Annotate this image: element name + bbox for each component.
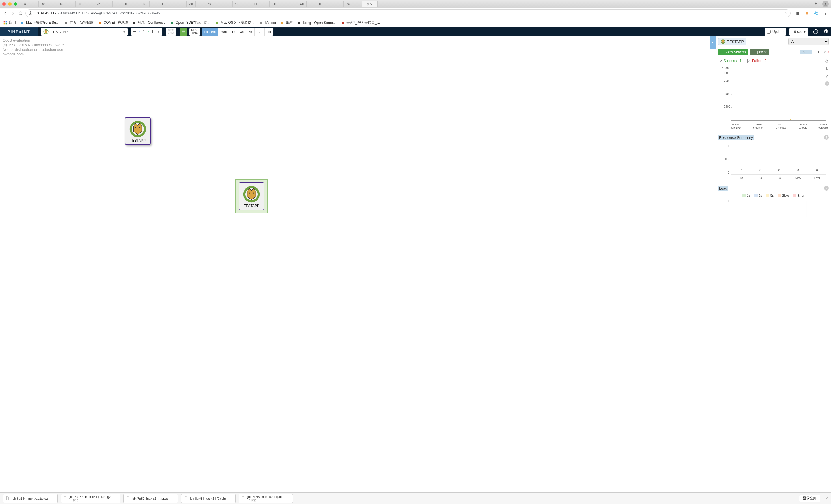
browser-tab[interactable]: Gc <box>233 1 242 7</box>
browser-tab[interactable] <box>131 1 140 7</box>
browser-tab[interactable] <box>214 1 224 7</box>
browser-tab[interactable]: 小 <box>94 1 104 7</box>
browser-tab[interactable]: Ej <box>251 1 260 7</box>
bookmark-item[interactable]: 首页 - 新智超脑 <box>63 20 93 25</box>
zoom-window[interactable] <box>14 2 17 6</box>
reload-button[interactable] <box>18 11 23 16</box>
range-6h[interactable]: 6h <box>246 28 255 35</box>
help-icon[interactable]: ? <box>824 135 829 140</box>
browser-tab[interactable] <box>224 1 233 7</box>
back-button[interactable] <box>3 11 8 16</box>
range-3h[interactable]: 3h <box>238 28 246 35</box>
browser-tab[interactable] <box>104 1 113 7</box>
browser-tab[interactable] <box>168 1 177 7</box>
evernote-ext-icon[interactable] <box>795 11 800 16</box>
range-1d[interactable]: 1d <box>265 28 273 35</box>
scatter-gear-icon[interactable]: ⚙ <box>825 59 829 63</box>
browser-tab[interactable] <box>196 1 205 7</box>
range-Last5m[interactable]: Last 5m <box>202 28 218 35</box>
range-1h[interactable]: 1h <box>229 28 238 35</box>
browser-tab[interactable]: tc <box>76 1 85 7</box>
browser-tab[interactable]: pi× <box>362 1 378 7</box>
browser-tab[interactable] <box>378 1 387 7</box>
server-node-group[interactable]: TESTAPP <box>235 179 268 213</box>
range-12h[interactable]: 12h <box>255 28 265 35</box>
panel-collapse-toggle[interactable] <box>710 36 716 49</box>
extension-icon[interactable] <box>804 11 810 16</box>
browser-tab[interactable] <box>48 1 57 7</box>
server-node-testapp-1[interactable]: TESTAPP <box>125 117 151 145</box>
browser-tab[interactable] <box>29 1 39 7</box>
browser-tab[interactable] <box>325 1 334 7</box>
range-20m[interactable]: 20m <box>218 28 229 35</box>
servermap-mode-button[interactable] <box>180 28 187 35</box>
settings-gear-icon[interactable] <box>823 29 828 34</box>
bookmark-item[interactable]: k8sdoc <box>259 20 276 25</box>
bookmark-star-icon[interactable]: ☆ <box>784 11 787 15</box>
browser-tab[interactable] <box>113 1 122 7</box>
browser-tab[interactable] <box>307 1 316 7</box>
browser-tab[interactable] <box>260 1 270 7</box>
was-only-toggle[interactable]: WAS ONLY <box>166 28 176 35</box>
servermap-canvas[interactable]: GoJS evaluation(c) 1998–2016 Northwoods … <box>0 36 716 493</box>
info-icon[interactable]: ⓘ <box>29 11 32 16</box>
browser-tab[interactable] <box>279 1 288 7</box>
browser-tab[interactable]: pi <box>316 1 325 7</box>
help-icon[interactable]: ? <box>824 186 829 190</box>
browser-tab[interactable] <box>353 1 362 7</box>
scatter-chart[interactable]: 10000 (ms) 7500 5000 2500 0 05-2607:01:4… <box>716 65 831 134</box>
bookmark-item[interactable]: Mac下安装Go & Su… <box>20 20 59 25</box>
response-summary-chart[interactable]: 1 0.5 0 01s03s05s0Slow0Error <box>716 142 831 184</box>
browser-tab[interactable]: 编 <box>344 1 353 7</box>
minimize-window[interactable] <box>8 2 11 6</box>
browser-tab[interactable] <box>387 1 396 7</box>
browser-tab[interactable]: 全 <box>39 1 48 7</box>
browser-tab[interactable] <box>177 1 187 7</box>
bookmark-item[interactable]: OpenTSDB首页、文… <box>170 20 210 25</box>
scatter-download-icon[interactable]: ⬇ <box>825 66 829 71</box>
browser-tab[interactable]: In <box>159 1 168 7</box>
apps-shortcut[interactable]: 应用 <box>3 20 16 25</box>
auto-update-toggle[interactable]: Update <box>765 28 786 35</box>
load-chart[interactable]: 1 <box>716 198 831 220</box>
help-icon[interactable]: ? <box>813 29 818 34</box>
browser-tab[interactable]: 60 <box>205 1 214 7</box>
agent-filter-select[interactable]: All <box>788 38 829 45</box>
inspector-button[interactable]: Inspector <box>750 49 769 55</box>
browser-tab[interactable]: Ac <box>187 1 196 7</box>
browser-tab[interactable] <box>85 1 94 7</box>
browser-tab[interactable] <box>242 1 251 7</box>
success-toggle[interactable]: ✔Success : 1 <box>719 59 742 63</box>
realtime-toggle[interactable]: REAL TIME <box>190 28 200 35</box>
bookmark-item[interactable]: 登录 - Confluence <box>132 20 166 25</box>
refresh-interval-select[interactable]: 10 sec ▾ <box>790 28 808 35</box>
bookmark-item[interactable]: 邮箱 <box>280 20 293 25</box>
scatter-expand-icon[interactable]: ⤢ <box>825 74 829 79</box>
failed-toggle[interactable]: ✔Failed : 0 <box>747 59 766 63</box>
profile-avatar[interactable] <box>822 1 829 7</box>
menu-icon[interactable] <box>823 11 828 16</box>
new-tab-button[interactable]: + <box>812 1 820 7</box>
browser-tab[interactable]: Qu <box>297 1 307 7</box>
browser-tab[interactable] <box>66 1 76 7</box>
browser-tab[interactable] <box>288 1 297 7</box>
close-window[interactable] <box>2 2 6 6</box>
bookmark-item[interactable]: Kong - Open-Sourc… <box>297 20 336 25</box>
browser-tab[interactable]: ku <box>140 1 149 7</box>
address-bar[interactable]: ⓘ 10.39.43.117:28080/#/main/TESTAPP@TOMC… <box>25 9 791 17</box>
server-node-testapp-2[interactable]: TESTAPP <box>238 182 264 210</box>
scatter-help-icon[interactable]: ? <box>825 81 829 86</box>
bookmark-item[interactable]: COME门户系统 <box>97 20 128 25</box>
react-ext-icon[interactable] <box>814 11 819 16</box>
application-select[interactable]: TESTAPP ▾ <box>41 28 127 35</box>
browser-tab[interactable]: cc <box>270 1 279 7</box>
browser-tab[interactable] <box>334 1 344 7</box>
browser-tab[interactable]: ku <box>57 1 66 7</box>
browser-tab[interactable] <box>149 1 159 7</box>
browser-tab[interactable]: qi <box>122 1 131 7</box>
browser-tab[interactable]: 微 <box>20 1 29 7</box>
pinpoint-logo[interactable]: PINP●INT <box>0 27 37 36</box>
call-depth-select[interactable]: ⋯ →1 →1 ▾ <box>131 28 162 35</box>
view-servers-button[interactable]: View Servers <box>718 49 748 55</box>
bookmark-item[interactable]: 云API_华为云接口_… <box>340 20 380 25</box>
